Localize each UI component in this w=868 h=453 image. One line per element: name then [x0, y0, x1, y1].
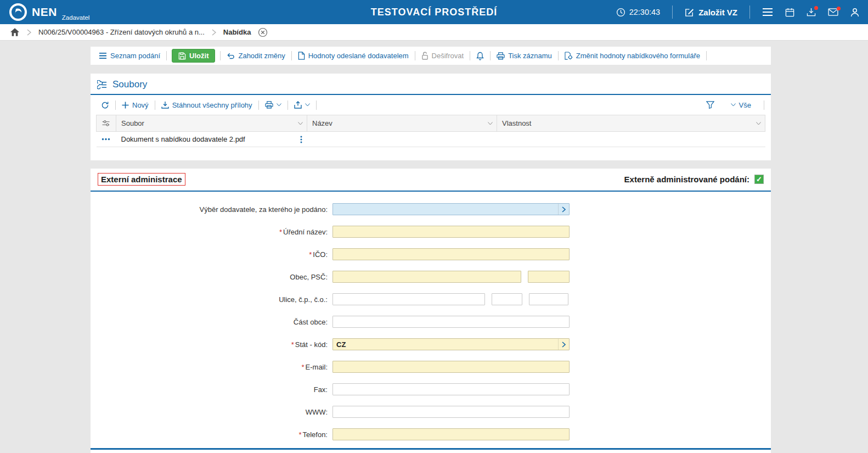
- filter-button[interactable]: [701, 101, 719, 109]
- supplier-values-button[interactable]: Hodnoty odeslané dodavatelem: [293, 52, 414, 60]
- lookup-open-button[interactable]: [558, 204, 569, 215]
- home-icon: [10, 27, 20, 37]
- filter-caret-icon[interactable]: [756, 122, 761, 125]
- column-settings-header[interactable]: [97, 115, 116, 132]
- chevron-right-icon: [27, 29, 31, 36]
- create-vz-button[interactable]: Založit VZ: [685, 8, 737, 17]
- create-vz-label: Založit VZ: [698, 8, 737, 17]
- nen-logo-block[interactable]: NEN Zadavatel: [9, 3, 89, 21]
- column-header-vlastnost[interactable]: Vlastnost: [497, 115, 765, 132]
- discard-changes-label: Zahodit změny: [238, 52, 285, 60]
- toolbar-separator: [706, 51, 707, 60]
- cp-input[interactable]: [492, 293, 522, 305]
- list-icon: [99, 52, 107, 59]
- file-name[interactable]: Dokument s nabídkou dodavatele 2.pdf: [121, 135, 245, 143]
- column-header-nazev[interactable]: Název: [307, 115, 497, 132]
- chevron-right-icon: [562, 342, 566, 348]
- toolbar-separator: [558, 51, 559, 60]
- print-menu-button[interactable]: [260, 101, 286, 109]
- filter-caret-icon[interactable]: [298, 122, 303, 125]
- www-input[interactable]: [332, 406, 570, 418]
- toolbar-separator: [166, 51, 167, 60]
- save-button[interactable]: Uložit: [172, 49, 215, 63]
- home-button[interactable]: [10, 27, 20, 37]
- row-actions-cell[interactable]: [97, 132, 116, 147]
- discard-changes-button[interactable]: Zahodit změny: [222, 52, 290, 60]
- document-icon: [298, 52, 305, 60]
- printer-icon: [265, 101, 273, 109]
- telefon-input[interactable]: [332, 428, 570, 440]
- field-label: *Stát - kód:: [91, 340, 332, 349]
- external-admin-checkbox[interactable]: [754, 175, 764, 184]
- breadcrumb-procurement[interactable]: N006/25/V00004963 - Zřízení datových okr…: [38, 28, 205, 36]
- toolbar-separator: [288, 100, 288, 110]
- seznam-podani-button[interactable]: Seznam podání: [94, 52, 165, 60]
- export-menu-button[interactable]: [289, 101, 315, 109]
- file-table-row[interactable]: Dokument s nabídkou dodavatele 2.pdf: [97, 132, 765, 147]
- download-all-label: Stáhnout všechny přílohy: [172, 101, 252, 109]
- files-table-header-row: Soubor Název Vlastnost: [97, 115, 765, 132]
- download-all-attachments-button[interactable]: Stáhnout všechny přílohy: [156, 101, 257, 109]
- supplier-values-label: Hodnoty odeslané dodavatelem: [308, 52, 409, 60]
- uredni-nazev-input[interactable]: [332, 226, 570, 238]
- view-all-dropdown[interactable]: Vše: [726, 101, 756, 109]
- supplier-lookup-field[interactable]: [332, 203, 570, 215]
- co-input[interactable]: [529, 293, 568, 305]
- email-input[interactable]: [332, 361, 570, 373]
- change-form-values-button[interactable]: Změnit hodnoty nabídkového formuláře: [560, 52, 705, 60]
- calendar-button[interactable]: [785, 8, 794, 17]
- file-cell-vlastnost[interactable]: [497, 132, 765, 147]
- toolbar-separator: [115, 100, 116, 110]
- field-label: WWW:: [91, 408, 332, 416]
- downloads-notification-badge: [814, 6, 818, 10]
- form-row-telefon: *Telefon:: [91, 428, 771, 440]
- refresh-icon: [101, 101, 109, 109]
- refresh-button[interactable]: [96, 101, 114, 109]
- nen-logo-icon: [9, 3, 27, 21]
- downloads-button[interactable]: [807, 8, 816, 16]
- files-table: Soubor Název Vlastnost: [96, 115, 765, 147]
- document-gear-icon: [565, 52, 573, 60]
- caret-down-icon: [731, 103, 736, 107]
- new-file-label: Nový: [132, 101, 149, 109]
- psc-input[interactable]: [528, 271, 570, 283]
- stat-kod-lookup-field[interactable]: CZ: [332, 338, 570, 350]
- label-text: Úřední název:: [283, 228, 328, 236]
- filter-caret-icon[interactable]: [488, 122, 493, 125]
- column-label-vlastnost: Vlastnost: [502, 119, 531, 127]
- lookup-open-button[interactable]: [558, 339, 569, 350]
- files-section-title: Soubory: [112, 79, 147, 90]
- files-filter-controls: Vše: [701, 100, 765, 110]
- label-text: Výběr dodavatele, za kterého je podáno:: [200, 205, 328, 214]
- form-row-obec-psc: Obec, PSČ:: [91, 271, 771, 283]
- sliders-icon: [102, 120, 110, 127]
- form-row-email: *E-mail:: [91, 361, 771, 373]
- obec-input[interactable]: [332, 271, 521, 283]
- ico-input[interactable]: [332, 248, 570, 260]
- topbar-divider: [749, 5, 750, 19]
- kebab-menu-icon[interactable]: [300, 136, 302, 143]
- user-profile-button[interactable]: [850, 8, 859, 17]
- label-text: Fax:: [314, 385, 328, 394]
- breadcrumb: N006/25/V00004963 - Zřízení datových okr…: [0, 24, 868, 41]
- main-menu-button[interactable]: [762, 8, 773, 16]
- record-actions-toolbar: Seznam podání Uložit Zahodit změny Hodno…: [91, 47, 771, 65]
- label-text: Ulice, č.p., č.o.:: [279, 295, 328, 304]
- file-cell-nazev[interactable]: [307, 132, 497, 147]
- messages-button[interactable]: [828, 8, 838, 16]
- caret-down-icon: [277, 103, 281, 107]
- session-clock: 22:30:43: [616, 8, 660, 17]
- ulice-input[interactable]: [332, 293, 485, 305]
- required-marker: *: [291, 340, 294, 349]
- fax-input[interactable]: [332, 383, 570, 395]
- new-file-button[interactable]: Nový: [117, 101, 154, 109]
- close-tab-button[interactable]: [258, 27, 268, 37]
- clock-icon: [616, 8, 625, 17]
- print-record-button[interactable]: Tisk záznamu: [492, 52, 557, 60]
- cast-obce-input[interactable]: [332, 316, 570, 328]
- app-title: NEN: [32, 5, 57, 19]
- required-marker: *: [298, 430, 301, 439]
- file-cell-soubor[interactable]: Dokument s nabídkou dodavatele 2.pdf: [116, 132, 307, 147]
- column-header-soubor[interactable]: Soubor: [116, 115, 307, 132]
- notification-bell-button[interactable]: [471, 52, 489, 60]
